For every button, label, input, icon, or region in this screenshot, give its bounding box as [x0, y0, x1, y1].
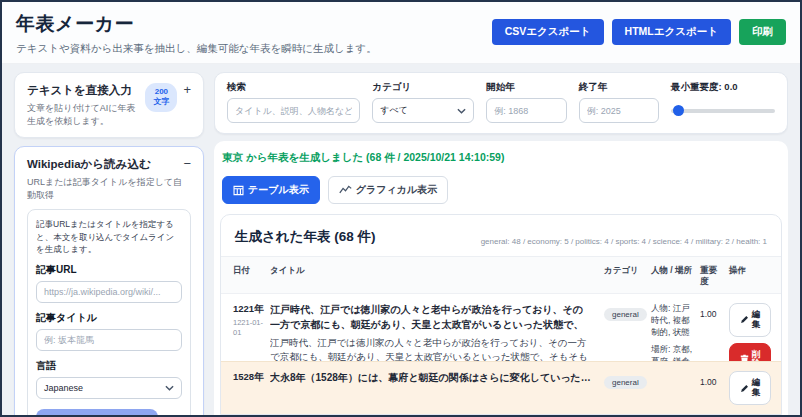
row-event-title: 大永8年（1528年）には、幕府と朝廷の関係はさらに変化していった… [270, 371, 593, 386]
article-title-label: 記事タイトル [36, 311, 182, 325]
article-title-input[interactable] [36, 329, 182, 351]
header-titles: 年表メーカー テキストや資料から出来事を抽出し、編集可能な年表を瞬時に生成します… [16, 11, 377, 56]
page-body: テキストを直接入力 文章を貼り付けてAIに年表生成を依頼します。 200 文字 … [2, 64, 800, 415]
table-title: 生成された年表 (68 件) [235, 228, 375, 246]
table-icon [233, 185, 244, 196]
text-input-title: テキストを直接入力 [27, 83, 139, 98]
line-chart-icon [339, 185, 352, 195]
sidebar: テキストを直接入力 文章を貼り付けてAIに年表生成を依頼します。 200 文字 … [14, 72, 204, 415]
pencil-icon [740, 384, 749, 393]
row-actions-cell: 編集 削除 [729, 303, 773, 361]
status-message: 東京 から年表を生成しました (68 件 / 2025/10/21 14:10:… [222, 151, 780, 165]
chevron-down-icon [165, 385, 174, 391]
timeline-table-card: 生成された年表 (68 件) general: 48 / economy: 5 … [220, 214, 782, 415]
delete-button[interactable]: 削除 [729, 343, 771, 362]
row-date-cell: 1221年 1221-01-01 [233, 303, 265, 338]
row-date-era: 1221年 [233, 303, 265, 315]
row-places: 場所: 京都, 幕府, 鎌倉幕府, 複都, 鎌倉 [651, 344, 695, 362]
row-event-description: 江戸時代、江戸では徳川家の人々と老中らが政治を行っており、その一方で京都にも、朝… [270, 336, 593, 361]
category-label: カテゴリ [372, 81, 474, 94]
app-window: 年表メーカー テキストや資料から出来事を抽出し、編集可能な年表を瞬時に生成します… [0, 0, 802, 417]
edit-button[interactable]: 編集 [729, 371, 771, 405]
row-importance-cell: 1.00 [700, 303, 724, 321]
csv-export-button[interactable]: CSVエクスポート [492, 19, 604, 45]
page-title: 年表メーカー [16, 11, 377, 37]
category-badge: general [604, 308, 647, 321]
text-input-panel: テキストを直接入力 文章を貼り付けてAIに年表生成を依頼します。 200 文字 … [14, 72, 204, 138]
filter-bar: 検索 カテゴリ すべて 開始年 終了年 [214, 72, 788, 134]
language-select[interactable]: Japanese [36, 377, 182, 399]
fetch-timeline-button[interactable]: タイムラインを取得 [36, 409, 158, 415]
col-people-place: 人物 / 場所 [651, 265, 695, 287]
edit-label: 編集 [752, 378, 761, 398]
col-importance: 重要度 [700, 265, 724, 287]
category-select-value: すべて [380, 104, 408, 117]
view-tabs: テーブル表示 グラフィカル表示 [222, 176, 780, 204]
row-actions-cell: 編集 [729, 371, 773, 405]
search-input[interactable] [227, 98, 360, 123]
text-input-desc: 文章を貼り付けてAIに年表生成を依頼します。 [27, 102, 139, 127]
row-title-cell: 大永8年（1528年）には、幕府と朝廷の関係はさらに変化していった… [270, 371, 599, 386]
col-actions: 操作 [729, 265, 773, 287]
print-button[interactable]: 印刷 [739, 19, 786, 45]
char-count-badge: 200 文字 [145, 83, 177, 112]
row-category-cell: general [604, 371, 646, 389]
header-actions: CSVエクスポート HTMLエクスポート 印刷 [492, 19, 786, 56]
row-date-era: 1528年 [233, 371, 265, 383]
main-area: 検索 カテゴリ すべて 開始年 終了年 [214, 72, 788, 415]
col-title: タイトル [270, 265, 599, 287]
page-subtitle: テキストや資料から出来事を抽出し、編集可能な年表を瞬時に生成します。 [16, 42, 377, 56]
row-date-full: 1221-01-01 [233, 318, 265, 338]
tab-table-view[interactable]: テーブル表示 [222, 176, 320, 204]
trash-icon [740, 354, 749, 361]
table-column-headers: 日付 タイトル カテゴリ 人物 / 場所 重要度 操作 [221, 257, 781, 294]
tab-graphical-view[interactable]: グラフィカル表示 [328, 176, 448, 204]
start-year-filter: 開始年 [486, 81, 566, 123]
slider-thumb[interactable] [673, 105, 684, 116]
importance-value: 1.00 [700, 377, 717, 387]
wikipedia-panel-desc: URLまたは記事タイトルを指定して自動取得 [27, 176, 191, 201]
row-title-cell: 江戸時代、江戸では徳川家の人々と老中らが政治を行っており、その一方で京都にも、朝… [270, 303, 599, 361]
row-event-title: 江戸時代、江戸では徳川家の人々と老中らが政治を行っており、その一方で京都にも、朝… [270, 303, 593, 333]
expand-plus-icon[interactable]: + [183, 83, 191, 96]
start-year-label: 開始年 [486, 81, 566, 94]
col-date: 日付 [233, 265, 265, 287]
edit-label: 編集 [752, 310, 761, 330]
collapse-minus-icon[interactable]: − [183, 157, 191, 172]
start-year-input[interactable] [486, 98, 566, 123]
table-row: 1221年 1221-01-01 江戸時代、江戸では徳川家の人々と老中らが政治を… [221, 294, 781, 361]
min-importance-label: 最小重要度: 0.0 [671, 81, 775, 94]
category-select[interactable]: すべて [372, 98, 474, 123]
wikipedia-panel: Wikipediaから読み込む − URLまたは記事タイトルを指定して自動取得 … [14, 146, 204, 415]
chevron-down-icon [457, 108, 466, 114]
importance-slider[interactable] [671, 109, 775, 113]
table-row: 1528年 大永8年（1528年）には、幕府と朝廷の関係はさらに変化していった…… [221, 361, 781, 414]
article-url-label: 記事URL [36, 263, 182, 277]
category-badge: general [604, 376, 647, 389]
end-year-input[interactable] [579, 98, 659, 123]
results-panel: 東京 から年表を生成しました (68 件 / 2025/10/21 14:10:… [214, 141, 788, 415]
wikipedia-panel-title: Wikipediaから読み込む [27, 157, 151, 172]
edit-button[interactable]: 編集 [729, 303, 771, 337]
category-filter: カテゴリ すべて [372, 81, 474, 123]
article-url-input[interactable] [36, 281, 182, 303]
tab-graphical-label: グラフィカル表示 [356, 183, 437, 197]
html-export-button[interactable]: HTMLエクスポート [612, 19, 731, 45]
category-stats: general: 48 / economy: 5 / politics: 4 /… [481, 237, 767, 246]
wikipedia-hint: 記事URLまたはタイトルを指定すると、本文を取り込んでタイムラインを生成します。 [36, 218, 182, 255]
row-people: 人物: 江戸時代, 複都制的, 状態 [651, 303, 695, 339]
row-category-cell: general [604, 303, 646, 321]
tab-table-label: テーブル表示 [248, 183, 309, 197]
search-label: 検索 [227, 81, 360, 94]
wikipedia-form: 記事URLまたはタイトルを指定すると、本文を取り込んでタイムラインを生成します。… [27, 209, 191, 415]
table-header-bar: 生成された年表 (68 件) general: 48 / economy: 5 … [221, 215, 781, 257]
language-select-value: Japanese [44, 383, 83, 393]
language-label: 言語 [36, 359, 182, 373]
end-year-filter: 終了年 [579, 81, 659, 123]
search-filter: 検索 [227, 81, 360, 123]
row-date-cell: 1528年 [233, 371, 265, 383]
pencil-icon [740, 315, 749, 324]
app-header: 年表メーカー テキストや資料から出来事を抽出し、編集可能な年表を瞬時に生成します… [2, 2, 800, 64]
end-year-label: 終了年 [579, 81, 659, 94]
row-people-cell: 人物: 江戸時代, 複都制的, 状態 場所: 京都, 幕府, 鎌倉幕府, 複都,… [651, 303, 695, 361]
